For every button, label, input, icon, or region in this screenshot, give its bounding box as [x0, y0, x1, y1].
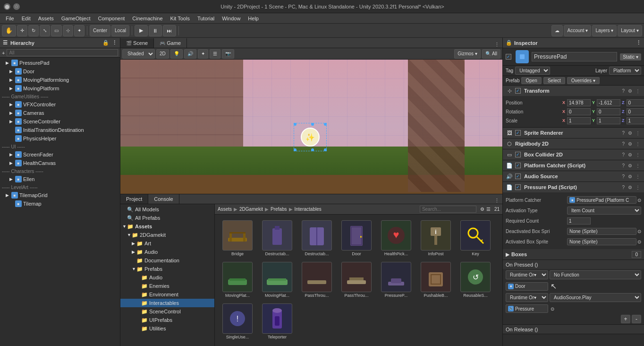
hierarchy-lock-icon[interactable]: 🔒: [102, 40, 109, 46]
object-active-checkbox[interactable]: [506, 54, 511, 60]
step-button[interactable]: ⏭: [163, 25, 176, 36]
asset-singleuse[interactable]: ! SingleUse...: [219, 302, 256, 341]
layers-button[interactable]: Layers ▾: [592, 25, 617, 36]
transform-more-icon[interactable]: ⋮: [635, 88, 641, 94]
fx-toggle[interactable]: ✦: [198, 49, 208, 59]
pressure-pad-checkbox[interactable]: [515, 184, 521, 190]
2d-toggle[interactable]: 2D: [156, 49, 169, 59]
pos-z-input[interactable]: [627, 99, 644, 106]
tree-item-audio2[interactable]: 📁 Audio: [120, 273, 214, 282]
bc2d-settings-icon[interactable]: ⚙: [627, 152, 633, 157]
as-help-icon[interactable]: ?: [621, 174, 626, 179]
transform-tool[interactable]: ⊹: [63, 25, 73, 36]
hier-item-door[interactable]: ▶ ■ Door: [0, 67, 120, 76]
tree-item-utilities[interactable]: 📁 Utilities: [120, 324, 214, 333]
asset-filter-icon[interactable]: ⚙: [480, 207, 484, 212]
sprite-more-icon[interactable]: ⋮: [635, 130, 641, 136]
asset-passthrou2[interactable]: PassThrou...: [338, 260, 375, 300]
breadcrumb-prefabs[interactable]: Prefabs: [271, 207, 287, 212]
tab-console[interactable]: Console: [148, 194, 179, 204]
rb2d-settings-icon[interactable]: ⚙: [627, 141, 633, 147]
audio-toggle[interactable]: 🔊: [184, 49, 196, 59]
platform-catcher-value[interactable]: ■ PressurePad (Platform C: [567, 196, 636, 204]
tree-item-art[interactable]: ▶ 📁 Art: [120, 239, 214, 248]
rot-z-input[interactable]: [627, 108, 644, 115]
transform-help-icon[interactable]: ?: [621, 88, 626, 94]
tab-game[interactable]: 🎮 Game: [154, 38, 187, 48]
overrides-button[interactable]: Overrides ▾: [567, 77, 600, 84]
pressure-circle-icon[interactable]: ⊙: [551, 306, 554, 311]
asset-destructab1[interactable]: Destructab...: [258, 218, 296, 258]
pressure-object-ref[interactable]: 🔊 Pressure: [506, 304, 548, 313]
static-badge[interactable]: Static ▾: [620, 53, 641, 61]
cloud-button[interactable]: ☁: [551, 25, 563, 36]
inspector-lock-icon[interactable]: 🔒: [506, 40, 512, 46]
deactivated-box-value[interactable]: None (Sprite): [567, 228, 636, 235]
rb2d-help-icon[interactable]: ?: [621, 141, 626, 147]
menu-window[interactable]: Window: [218, 15, 244, 22]
tree-item-environment[interactable]: 📁 Environment: [120, 290, 214, 299]
as-more-icon[interactable]: ⋮: [635, 174, 641, 179]
runtime-dropdown-1[interactable]: Runtime Or▾: [506, 270, 548, 279]
hierarchy-add-icon[interactable]: +: [2, 50, 5, 56]
scene-search[interactable]: 🔍 All: [482, 49, 500, 59]
tab-scene[interactable]: 🎬 Scene: [120, 38, 154, 48]
breadcrumb-interactables[interactable]: Interactables: [295, 207, 322, 212]
tree-item-enemies[interactable]: 📁 Enemies: [120, 282, 214, 290]
tree-item-prefabs[interactable]: ▼ 📁 Prefabs: [120, 265, 214, 273]
menu-tutorial[interactable]: Tutorial: [194, 15, 218, 22]
scene-more-icon[interactable]: ⋮: [491, 42, 502, 48]
local-toggle[interactable]: Local: [111, 25, 129, 36]
hier-item-movingplatformlong[interactable]: ▶ ■ MovingPlatformlong: [0, 76, 120, 84]
center-toggle[interactable]: Center: [90, 25, 110, 36]
audio-source-checkbox[interactable]: [515, 173, 521, 179]
pressure-pad-header[interactable]: 📄 Pressure Pad (Script) ? ⚙ ⋮: [503, 182, 644, 192]
menu-edit[interactable]: Edit: [18, 15, 34, 22]
door-object-ref[interactable]: ■ Door: [506, 282, 548, 291]
hier-item-ellen[interactable]: ▶ ■ Ellen: [0, 175, 120, 183]
rigidbody2d-header[interactable]: ⬡ Rigidbody 2D ? ⚙ ⋮: [503, 138, 644, 149]
menu-gameobject[interactable]: GameObject: [58, 15, 94, 22]
move-tool[interactable]: ✛: [17, 25, 27, 36]
asset-infopost[interactable]: i InfoPost: [417, 218, 455, 258]
sprite-renderer-checkbox[interactable]: [515, 130, 521, 136]
pp-settings-icon[interactable]: ⚙: [627, 185, 633, 190]
activated-box-value[interactable]: None (Sprite): [567, 238, 636, 245]
hand-tool[interactable]: ✋: [2, 25, 16, 36]
asset-healthpick[interactable]: ♥ HealthPick...: [377, 218, 415, 258]
scale-z-input[interactable]: [627, 117, 644, 124]
hier-item-scenecontroller[interactable]: ▶ ■ SceneController: [0, 117, 120, 126]
hier-item-movingplatform[interactable]: ▶ ■ MovingPlatform: [0, 84, 120, 93]
scale-x-input[interactable]: [567, 117, 591, 124]
pause-button[interactable]: ⏸: [149, 25, 162, 36]
runtime-dropdown-2[interactable]: Runtime Or▾: [506, 293, 548, 302]
bc2d-help-icon[interactable]: ?: [621, 152, 626, 157]
play-button[interactable]: ▶: [135, 25, 148, 36]
asset-bridge[interactable]: Bridge: [219, 218, 256, 258]
pc-settings-icon[interactable]: ⚙: [627, 163, 633, 168]
audio-play-dropdown[interactable]: AudioSource.Play: [550, 293, 641, 302]
menu-help[interactable]: Help: [244, 15, 263, 22]
tree-item-audio[interactable]: ▶ 📁 Audio: [120, 248, 214, 256]
pp-help-icon[interactable]: ?: [621, 185, 626, 190]
transform-header[interactable]: ⊹ Transform ? ⚙ ⋮: [503, 86, 644, 96]
activation-type-dropdown[interactable]: Item Count: [567, 207, 641, 215]
rect-tool[interactable]: ▭: [51, 25, 62, 36]
asset-movingplat1[interactable]: MovingPlat...: [219, 260, 256, 300]
tree-item-uiprefabs[interactable]: 📁 UIPrefabs: [120, 316, 214, 324]
breadcrumb-assets[interactable]: Assets: [218, 207, 232, 212]
account-button[interactable]: Account ▾: [564, 25, 591, 36]
rb2d-more-icon[interactable]: ⋮: [635, 141, 641, 147]
asset-layout-icon[interactable]: ☰: [486, 207, 491, 212]
box-collider2d-header[interactable]: ▭ Box Collider 2D ? ⚙ ⋮: [503, 149, 644, 160]
tab-project[interactable]: Project: [120, 194, 148, 204]
hier-item-healthcanvas[interactable]: ▶ ■ HealthCanvas: [0, 159, 120, 167]
pc-more-icon[interactable]: ⋮: [635, 163, 641, 168]
boxes-arrow-icon[interactable]: ▶: [506, 251, 509, 258]
tag-dropdown[interactable]: Untagged: [515, 67, 550, 75]
bc2d-more-icon[interactable]: ⋮: [635, 152, 641, 157]
rot-x-input[interactable]: [567, 108, 591, 115]
sprite-renderer-header[interactable]: 🖼 Sprite Renderer ? ⚙ ⋮: [503, 128, 644, 138]
hier-item-vfxcontroller[interactable]: ▶ ■ VFXController: [0, 100, 120, 109]
add-event-button[interactable]: +: [621, 315, 630, 323]
